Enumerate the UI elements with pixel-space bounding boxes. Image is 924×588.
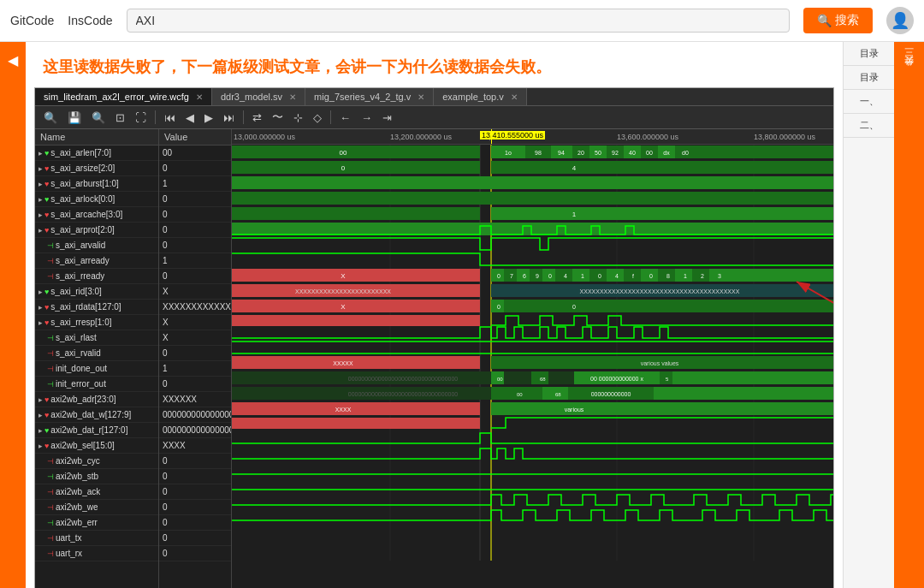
- signal-value-text: 0: [163, 456, 168, 466]
- signal-name-row[interactable]: ⊣ init_error_out: [35, 377, 158, 392]
- expand-arrow[interactable]: ▸: [38, 211, 43, 219]
- full-btn[interactable]: ⛶: [132, 110, 150, 126]
- marker-btn[interactable]: ◇: [310, 110, 325, 126]
- tab-close-0[interactable]: ✕: [196, 92, 203, 102]
- search-button[interactable]: 🔍 搜索: [803, 8, 873, 33]
- signal-name-row[interactable]: ▸ ♥ s_axi_rresp[1:0]: [35, 315, 158, 330]
- signal-name-text: uart_tx: [56, 533, 82, 543]
- left-sidebar: ◀: [0, 42, 26, 588]
- signal-value-row: 000000000000000000000000000000000: [159, 407, 231, 423]
- expand-arrow[interactable]: ▸: [38, 180, 43, 188]
- signal-name-row[interactable]: ▸ ♥ axi2wb_sel[15:0]: [35, 438, 158, 454]
- signal-type-icon: ⊣: [47, 549, 54, 558]
- next-btn[interactable]: ▶: [201, 110, 216, 126]
- expand-arrow[interactable]: ▸: [38, 303, 43, 312]
- signal-name-row[interactable]: ⊣ axi2wb_ack: [35, 484, 158, 500]
- svg-text:7: 7: [510, 273, 513, 279]
- main-layout: ◀ 这里读数据失败了，下一篇板级测试文章，会讲一下为什么读数据会失败。 sim_…: [0, 42, 924, 588]
- avatar[interactable]: 👤: [886, 7, 914, 34]
- prev-btn[interactable]: ⏮: [161, 110, 179, 126]
- waveform-rows[interactable]: 00 1o 98 94 20 50: [232, 145, 833, 564]
- expand-arrow[interactable]: ▸: [38, 164, 43, 173]
- toolbar-sep-1: [155, 110, 156, 124]
- svg-text:8: 8: [666, 273, 670, 279]
- tab-1[interactable]: ddr3_model.sv ✕: [212, 88, 305, 105]
- right-title-1: 目录: [847, 71, 891, 84]
- signal-value-row: 1: [159, 361, 231, 377]
- nav-gitcode[interactable]: GitCode: [10, 14, 54, 27]
- signal-name-row[interactable]: ⊣ init_done_out: [35, 361, 158, 377]
- signal-name-row[interactable]: ⊣ s_axi_arready: [35, 253, 158, 269]
- save-btn[interactable]: 💾: [64, 110, 85, 126]
- signal-type-icon: ♥: [44, 164, 49, 173]
- expand-arrow[interactable]: ▸: [38, 288, 43, 296]
- signal-name-row[interactable]: ⊣ s_axi_arvalid: [35, 238, 158, 253]
- signal-name-row[interactable]: ⊣ uart_tx: [35, 531, 158, 546]
- expand-arrow[interactable]: ▸: [38, 149, 43, 157]
- search-input[interactable]: [127, 9, 790, 33]
- next2-btn[interactable]: ⏭: [220, 110, 238, 126]
- signal-name-row[interactable]: ⊣ s_axi_rvalid: [35, 346, 158, 361]
- signal-name-row[interactable]: ⊣ axi2wb_stb: [35, 469, 158, 484]
- swap-btn[interactable]: ⇄: [249, 110, 265, 126]
- signal-name-row[interactable]: ⊣ uart_rx: [35, 546, 158, 561]
- expand-arrow[interactable]: ▸: [38, 426, 43, 435]
- back-btn[interactable]: ←: [336, 110, 354, 126]
- signal-name-text: axi2wb_dat_w[127:9]: [50, 410, 131, 419]
- signal-name-row[interactable]: ▸ ♥ s_axi_rid[3:0]: [35, 284, 158, 300]
- signal-name-text: init_error_out: [56, 379, 106, 389]
- waveform-canvas-area[interactable]: 13,000.000000 us 13,200.000000 us 13,400…: [232, 129, 833, 588]
- tab-2[interactable]: mig_7series_v4_2_tg.v ✕: [305, 88, 434, 105]
- fit-btn[interactable]: ⊡: [112, 110, 128, 126]
- prev2-btn[interactable]: ◀: [182, 110, 198, 126]
- end-btn[interactable]: ⇥: [379, 110, 395, 126]
- signal-name-row[interactable]: ▸ ♥ s_axi_arcache[3:0]: [35, 207, 158, 223]
- signal-name-row[interactable]: ⊣ axi2wb_we: [35, 500, 158, 515]
- svg-text:20: 20: [578, 150, 584, 156]
- signal-type-icon: ⊣: [47, 334, 54, 342]
- right-orange-label-0[interactable]: 三、: [901, 49, 917, 68]
- signal-name-row[interactable]: ▸ ♥ s_axi_arlen[7:0]: [35, 146, 158, 161]
- signal-value-row: XXXX: [159, 438, 231, 454]
- expand-arrow[interactable]: ▸: [38, 318, 43, 327]
- signal-name-row[interactable]: ▸ ♥ s_axi_arsize[2:0]: [35, 161, 158, 176]
- signal-name-row[interactable]: ▸ ♥ s_axi_rdata[127:0]: [35, 300, 158, 315]
- signal-name-text: s_axi_arcache[3:0]: [50, 210, 122, 219]
- signal-name-row[interactable]: ⊣ axi2wb_cyc: [35, 454, 158, 469]
- signal-name-row[interactable]: ▸ ♥ s_axi_arburst[1:0]: [35, 176, 158, 192]
- svg-text:0: 0: [497, 304, 500, 310]
- waveform-display[interactable]: 13,000.000000 us 13,200.000000 us 13,400…: [232, 129, 833, 564]
- zoom-in-btn[interactable]: 🔍: [40, 110, 61, 126]
- cursor-btn[interactable]: ⊹: [290, 110, 306, 126]
- svg-rect-33: [232, 207, 480, 220]
- tab-close-2[interactable]: ✕: [418, 92, 424, 102]
- signal-name-row[interactable]: ⊣ axi2wb_err: [35, 515, 158, 531]
- fwd-btn[interactable]: →: [358, 110, 376, 126]
- tab-0[interactable]: sim_litedram_ax2l_error_wire.wcfg ✕: [35, 88, 212, 105]
- expand-arrow[interactable]: ▸: [38, 226, 43, 235]
- nav-inscode[interactable]: InsCode: [68, 14, 112, 27]
- expand-arrow[interactable]: ▸: [38, 195, 43, 204]
- signal-type-icon: ♥: [44, 288, 49, 296]
- tab-3[interactable]: example_top.v ✕: [434, 88, 527, 105]
- right-orange-label-1[interactable]: 分类: [901, 68, 917, 79]
- signal-name-row[interactable]: ▸ ♥ axi2wb_dat_w[127:9]: [35, 407, 158, 423]
- signal-name-row[interactable]: ▸ ♥ s_axi_arprot[2:0]: [35, 223, 158, 238]
- signal-type-icon: ⊣: [47, 349, 54, 358]
- expand-arrow[interactable]: ▸: [38, 442, 43, 450]
- expand-arrow[interactable]: ▸: [38, 395, 43, 404]
- wave-btn[interactable]: 〜: [269, 108, 287, 127]
- signal-name-row[interactable]: ▸ ♥ s_axi_arlock[0:0]: [35, 192, 158, 207]
- signal-name-row[interactable]: ⊣ s_axi_rready: [35, 269, 158, 284]
- left-sidebar-arrow[interactable]: ◀: [4, 49, 21, 72]
- ruler-label-1: 13,200.000000 us: [390, 133, 452, 141]
- signal-name-row[interactable]: ⊣ s_axi_rlast: [35, 330, 158, 346]
- tab-close-1[interactable]: ✕: [289, 92, 296, 102]
- zoom-out-btn[interactable]: 🔍: [88, 110, 109, 126]
- tab-close-3[interactable]: ✕: [511, 92, 518, 102]
- signal-name-row[interactable]: ▸ ♥ axi2wb_adr[23:0]: [35, 392, 158, 407]
- signal-name-row[interactable]: ▸ ♥ axi2wb_dat_r[127:0]: [35, 423, 158, 438]
- svg-text:X: X: [341, 303, 346, 311]
- expand-arrow[interactable]: ▸: [38, 411, 43, 419]
- signal-name-text: s_axi_arburst[1:0]: [50, 179, 119, 188]
